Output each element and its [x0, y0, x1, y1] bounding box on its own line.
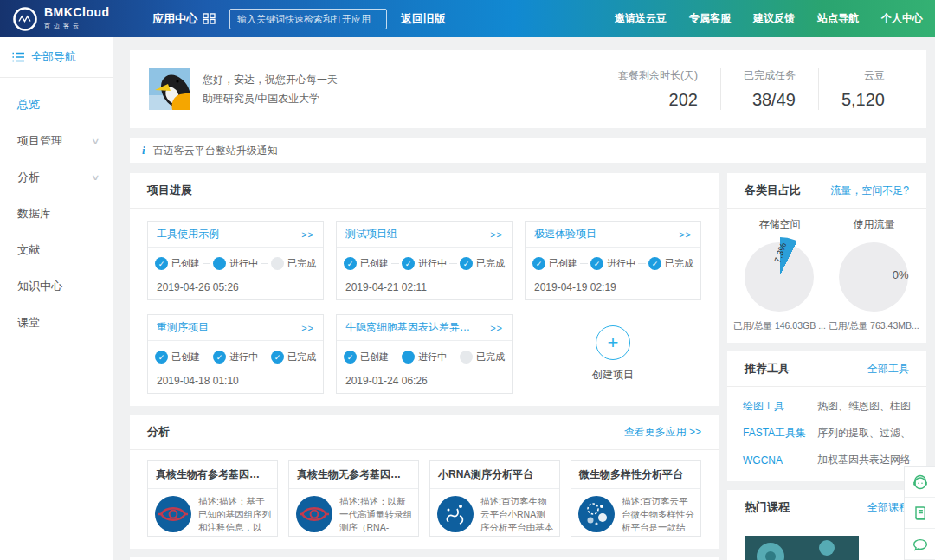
status-inprogress-icon: [213, 351, 226, 364]
sidebar-item-analysis[interactable]: 分析 ∨: [0, 159, 113, 196]
handbook-button[interactable]: [905, 498, 935, 529]
penguin-avatar-image: [149, 68, 190, 110]
tool-link-fasta[interactable]: FASTA工具集: [743, 426, 817, 441]
tool-row: 绘图工具 热图、维恩图、柱图...: [743, 399, 911, 414]
app-center-button[interactable]: 应用中心: [152, 11, 216, 27]
status-created-icon: [532, 257, 545, 270]
search-input[interactable]: [229, 9, 387, 29]
sidebar-item-project-management[interactable]: 项目管理 ∨: [0, 123, 113, 159]
project-title-link[interactable]: 工具使用示例: [157, 227, 219, 241]
sidebar-item-overview[interactable]: 总览: [0, 87, 113, 123]
recommended-tools-panel: 推荐工具 全部工具 绘图工具 热图、维恩图、柱图... FASTA工具集 序列的…: [727, 351, 926, 481]
app-card: 真核生物无参考基因组的转录... 描述:描述：以新一代高通量转录组测序（RNA-…: [288, 460, 419, 537]
create-project-button[interactable]: + 创建项目: [525, 314, 701, 394]
analysis-title: 分析: [147, 424, 170, 440]
category-usage-title: 各类目占比: [745, 183, 801, 198]
tool-row: FASTA工具集 序列的提取、过滤、...: [743, 426, 911, 441]
status-created-icon: [155, 257, 168, 270]
app-title-link[interactable]: 真核生物无参考基因组的转录...: [289, 461, 418, 489]
app-title-link[interactable]: 真核生物有参考基因组的转录...: [148, 461, 277, 489]
back-to-old-version-button[interactable]: 返回旧版: [401, 11, 446, 27]
nav-customer-service[interactable]: 专属客服: [689, 11, 731, 26]
tool-row: WGCNA 加权基因共表达网络...: [743, 453, 911, 467]
stat-completed-tasks: 已完成任务 38/49: [720, 68, 818, 110]
stat-cloud-beans: 云豆 5,120: [818, 68, 907, 110]
project-date: 2019-01-24 06:26: [337, 364, 512, 387]
app-title-link[interactable]: 小RNA测序分析平台: [430, 461, 559, 489]
sidebar-item-knowledge-center[interactable]: 知识中心: [0, 268, 113, 305]
project-date: 2019-04-21 02:11: [337, 270, 512, 293]
sidebar-item-classroom[interactable]: 课堂: [0, 305, 113, 341]
nav-feedback[interactable]: 建议反馈: [753, 11, 795, 26]
notice-bar[interactable]: i 百迈客云平台整站升级通知: [130, 138, 926, 163]
grid-icon: [203, 13, 216, 24]
project-more-link[interactable]: >>: [301, 229, 314, 240]
menu-icon: [12, 52, 24, 62]
traffic-label: 使用流量: [827, 217, 921, 232]
status-created-icon: [344, 351, 357, 364]
project-more-link[interactable]: >>: [490, 323, 503, 333]
top-header: BMKCloud 百迈客云 应用中心 返回旧版 邀请送云豆 专属客服 建议反馈 …: [0, 0, 935, 37]
app-center-label: 应用中心: [152, 11, 197, 27]
project-title-link[interactable]: 极速体验项目: [534, 227, 596, 241]
bmkcloud-logo[interactable]: BMKCloud 百迈客云: [12, 6, 142, 32]
nav-invite-beans[interactable]: 邀请送云豆: [615, 11, 667, 26]
app-card: 小RNA测序分析平台 描述:百迈客生物云平台小RNA测序分析平台由基本分...: [429, 460, 560, 537]
welcome-role: 助理研究员/中国农业大学: [203, 89, 338, 108]
project-more-link[interactable]: >>: [301, 323, 314, 333]
category-usage-panel: 各类目占比 流量，空间不足? 存储空间 7.3% 已用/总量 146.03GB …: [727, 173, 926, 343]
headset-icon: [912, 473, 929, 491]
nav-site-map[interactable]: 站点导航: [817, 11, 859, 26]
hot-courses-panel: 热门课程 全部课程 微生物多样性分析平台使用教程: [727, 490, 926, 560]
all-tools-link[interactable]: 全部工具: [867, 362, 909, 377]
nav-personal-center[interactable]: 个人中心: [881, 11, 923, 26]
main-content: 您好，安达，祝您开心每一天 助理研究员/中国农业大学 套餐剩余时长(天) 202…: [121, 37, 935, 560]
plus-circle-icon: +: [596, 325, 630, 360]
project-card: 工具使用示例 >> 已创建 进行中 已完成 2019-04-26 05:26: [147, 221, 324, 300]
project-card: 测试项目组 >> 已创建 进行中 已完成 2019-04-21 02:11: [336, 221, 513, 300]
quota-shortage-link[interactable]: 流量，空间不足?: [830, 183, 909, 198]
project-more-link[interactable]: >>: [490, 229, 503, 240]
chat-icon: [912, 536, 929, 553]
view-more-apps-link[interactable]: 查看更多应用 >>: [624, 425, 701, 440]
project-progress-panel: 项目进展 工具使用示例 >> 已创建 进行中 已完成 2019-04-2: [130, 173, 719, 406]
tool-link-drawing[interactable]: 绘图工具: [743, 399, 817, 414]
project-title-link[interactable]: 牛隐窝细胞基因表达差异分...: [345, 320, 475, 335]
microbe-icon: [577, 495, 616, 533]
welcome-greeting: 您好，安达，祝您开心每一天: [203, 70, 338, 89]
status-completed-icon: [460, 351, 473, 364]
project-more-link[interactable]: >>: [679, 229, 692, 240]
welcome-card: 您好，安达，祝您开心每一天 助理研究员/中国农业大学 套餐剩余时长(天) 202…: [130, 50, 926, 128]
status-completed-icon: [648, 257, 661, 270]
chevron-down-icon: ∨: [91, 137, 100, 145]
status-created-icon: [344, 257, 357, 270]
traffic-percent-label: 0%: [893, 268, 909, 281]
project-card: 重测序项目 >> 已创建 进行中 已完成 2019-04-18 01:10: [147, 314, 324, 394]
project-title-link[interactable]: 重测序项目: [157, 320, 209, 335]
project-card: 极速体验项目 >> 已创建 进行中 已完成 2019-04-19 02:19: [525, 221, 701, 300]
tool-link-wgcna[interactable]: WGCNA: [743, 454, 817, 467]
app-description: 描述:百迈客云平台微生物多样性分析平台是一款结合...: [622, 495, 694, 534]
traffic-pie-chart[interactable]: 0%: [836, 237, 912, 313]
courses-title: 热门课程: [745, 499, 790, 515]
course-thumbnail[interactable]: 微生物多样性分析平台使用教程: [745, 536, 859, 560]
app-card: 真核生物有参考基因组的转录... 描述:描述：基于已知的基因组序列和注释信息，以…: [147, 460, 278, 537]
header-nav: 邀请送云豆 专属客服 建议反馈 站点导航 个人中心: [615, 11, 923, 26]
app-title-link[interactable]: 微生物多样性分析平台: [571, 461, 700, 489]
project-card: 牛隐窝细胞基因表达差异分... >> 已创建 进行中 已完成 2019-01-2…: [336, 314, 513, 394]
customer-service-button[interactable]: [905, 467, 935, 498]
sidebar-all-nav-button[interactable]: 全部导航: [0, 37, 113, 78]
status-completed-icon: [271, 351, 284, 364]
logo-title: BMKCloud: [44, 7, 110, 18]
storage-pie-section: 存储空间 7.3% 已用/总量 146.03GB ...: [732, 217, 827, 332]
sidebar-item-literature[interactable]: 文献: [0, 232, 113, 268]
sidebar-item-database[interactable]: 数据库: [0, 196, 113, 232]
tools-title: 推荐工具: [745, 361, 790, 377]
project-title-link[interactable]: 测试项目组: [345, 227, 397, 241]
storage-caption: 已用/总量 146.03GB ...: [732, 320, 827, 332]
floating-toolbar: [904, 466, 935, 560]
avatar[interactable]: [149, 68, 190, 110]
message-button[interactable]: [905, 529, 935, 560]
all-courses-link[interactable]: 全部课程: [867, 500, 909, 515]
storage-pie-chart[interactable]: 7.3%: [742, 237, 818, 313]
